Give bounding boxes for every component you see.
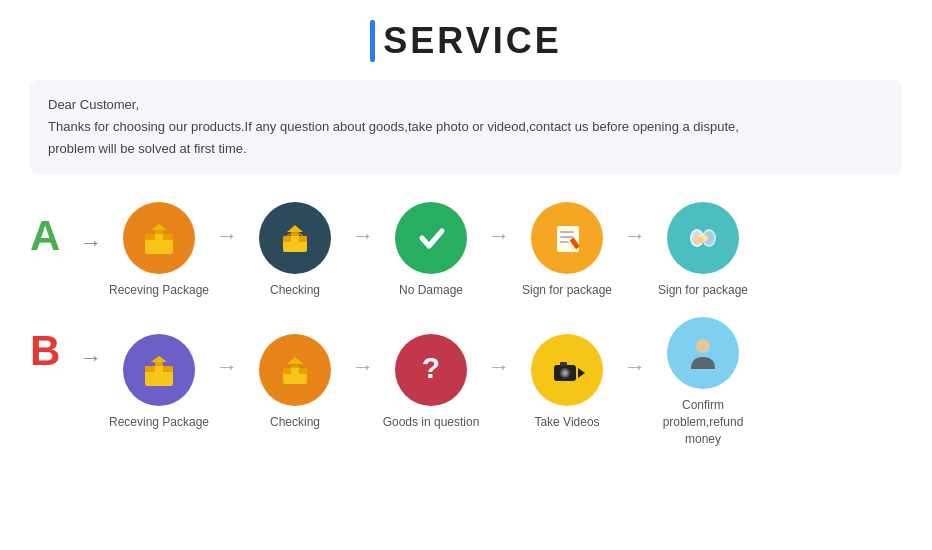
svg-marker-38 xyxy=(578,368,585,378)
flow-item-b5-label: Confirm problem,refund money xyxy=(648,397,758,447)
row-b-label: B xyxy=(30,327,74,375)
arrow-a3-a4: → xyxy=(488,223,510,249)
flow-item-b1-label: Receving Package xyxy=(109,414,209,431)
icon-circle-b2 xyxy=(259,334,331,406)
arrow-b1-b2: → xyxy=(216,354,238,380)
flow-row-b: B → Receving Package → xyxy=(30,317,902,447)
flow-item-a1-label: Receving Package xyxy=(109,282,209,299)
row-b-items: Receving Package → Checking → xyxy=(104,317,902,447)
flow-item-a3: No Damage xyxy=(376,202,486,299)
svg-text:?: ? xyxy=(422,351,440,384)
flow-item-b1: Receving Package xyxy=(104,334,214,431)
header-accent-bar xyxy=(370,20,375,62)
svg-rect-37 xyxy=(560,362,567,366)
notice-line2: Thanks for choosing our products.If any … xyxy=(48,116,884,138)
icon-circle-b5 xyxy=(667,317,739,389)
arrow-b2-b3: → xyxy=(352,354,374,380)
flow-item-a5-label: Sign for package xyxy=(658,282,748,299)
flow-item-a3-label: No Damage xyxy=(399,282,463,299)
arrow-a2-a3: → xyxy=(352,223,374,249)
arrow-b3-b4: → xyxy=(488,354,510,380)
flow-item-b5: Confirm problem,refund money xyxy=(648,317,758,447)
svg-rect-13 xyxy=(560,241,569,243)
svg-rect-21 xyxy=(694,237,704,243)
svg-rect-11 xyxy=(560,231,574,233)
row-a-items: Receving Package → Checking → xyxy=(104,202,902,299)
icon-circle-a3 xyxy=(395,202,467,274)
svg-point-39 xyxy=(696,339,710,353)
icon-circle-a2 xyxy=(259,202,331,274)
svg-marker-9 xyxy=(287,225,303,232)
flow-item-b3: ? Goods in question xyxy=(376,334,486,431)
icon-circle-a4 xyxy=(531,202,603,274)
svg-marker-4 xyxy=(151,224,167,230)
page-title: SERVICE xyxy=(383,20,561,62)
arrow-b4-b5: → xyxy=(624,354,646,380)
svg-rect-25 xyxy=(155,362,163,366)
icon-circle-b1 xyxy=(123,334,195,406)
notice-box: Dear Customer, Thanks for choosing our p… xyxy=(30,80,902,174)
svg-point-36 xyxy=(564,371,567,374)
svg-marker-26 xyxy=(151,356,167,362)
icon-circle-a1 xyxy=(123,202,195,274)
svg-rect-3 xyxy=(155,230,163,234)
flow-item-a4-label: Sign for package xyxy=(522,282,612,299)
flow-row-a: A → Receving Package → xyxy=(30,202,902,299)
flow-item-a2: Checking xyxy=(240,202,350,299)
icon-circle-b4 xyxy=(531,334,603,406)
icon-circle-b3: ? xyxy=(395,334,467,406)
row-a-main-arrow: → xyxy=(80,230,102,256)
row-a-label: A xyxy=(30,212,74,260)
svg-marker-31 xyxy=(287,357,303,364)
flow-item-b2-label: Checking xyxy=(270,414,320,431)
arrow-a1-a2: → xyxy=(216,223,238,249)
icon-circle-a5 xyxy=(667,202,739,274)
svg-rect-12 xyxy=(560,236,574,238)
arrow-a4-a5: → xyxy=(624,223,646,249)
notice-line1: Dear Customer, xyxy=(48,94,884,116)
page-header: SERVICE xyxy=(370,20,561,62)
flow-item-a2-label: Checking xyxy=(270,282,320,299)
flow-item-b2: Checking xyxy=(240,334,350,431)
flow-item-b4-label: Take Videos xyxy=(534,414,599,431)
notice-line3: problem will be solved at first time. xyxy=(48,138,884,160)
flow-item-a1: Receving Package xyxy=(104,202,214,299)
flow-item-b3-label: Goods in question xyxy=(383,414,480,431)
flow-item-a5: Sign for package xyxy=(648,202,758,299)
flow-item-a4: Sign for package xyxy=(512,202,622,299)
row-b-main-arrow: → xyxy=(80,345,102,371)
flow-item-b4: Take Videos xyxy=(512,334,622,431)
